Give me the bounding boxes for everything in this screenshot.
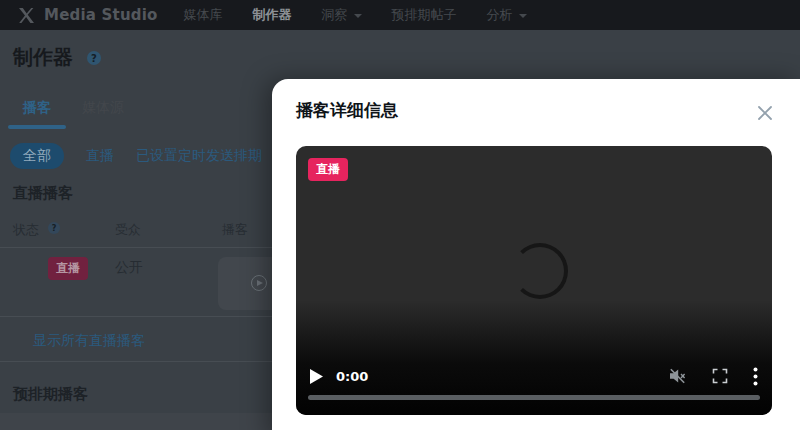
audience-value: 公开 — [115, 259, 143, 277]
right-controls — [668, 367, 758, 386]
tab-podcasts[interactable]: 播客 — [8, 99, 66, 117]
nav-item-producer[interactable]: 制作器 — [253, 6, 292, 24]
nav-item-label: 媒体库 — [184, 6, 223, 24]
scheduled-broadcasts-section-title: 预排期播客 — [13, 385, 88, 404]
modal-title: 播客详细信息 — [296, 99, 398, 122]
progress-bar[interactable] — [308, 395, 760, 400]
chevron-down-icon — [354, 14, 362, 18]
loading-spinner — [512, 243, 568, 299]
status-badge-live: 直播 — [48, 257, 88, 280]
x-logo-icon — [18, 7, 35, 24]
info-icon[interactable]: ? — [87, 51, 101, 65]
fullscreen-icon[interactable] — [712, 368, 728, 384]
nav-item-label: 洞察 — [322, 6, 348, 24]
broadcast-details-modal: 播客详细信息 直播 0:00 — [272, 79, 800, 430]
nav-item-label: 预排期帖子 — [392, 6, 457, 24]
scheduled-table-header-strip — [0, 413, 272, 430]
column-header-audience: 受众 — [115, 221, 141, 239]
filter-bar: 全部 直播 已设置定时发送排期 — [10, 143, 262, 169]
top-nav-bar: Media Studio 媒体库 制作器 洞察 预排期帖子 分析 — [0, 0, 800, 30]
play-icon — [251, 275, 267, 291]
nav-item-media-library[interactable]: 媒体库 — [184, 6, 223, 24]
show-all-live-broadcasts-link[interactable]: 显示所有直播播客 — [33, 332, 145, 350]
nav-item-analytics[interactable]: 分析 — [487, 6, 527, 24]
nav-item-insights[interactable]: 洞察 — [322, 6, 362, 24]
video-player[interactable]: 直播 0:00 — [296, 146, 772, 415]
column-header-broadcast: 播客 — [222, 221, 248, 239]
info-icon[interactable]: ? — [48, 222, 60, 234]
close-icon[interactable] — [755, 103, 775, 123]
filter-live[interactable]: 直播 — [86, 147, 114, 165]
more-options-icon[interactable] — [753, 367, 758, 386]
play-button[interactable] — [310, 369, 323, 384]
media-studio-brand[interactable]: Media Studio — [18, 6, 158, 24]
page-title: 制作器 — [13, 44, 73, 71]
nav-items: 媒体库 制作器 洞察 预排期帖子 分析 — [184, 6, 527, 24]
column-header-status: 状态 — [13, 221, 39, 239]
active-tab-underline — [8, 125, 66, 129]
tab-media-sources[interactable]: 媒体源 — [78, 99, 128, 117]
nav-item-scheduled-posts[interactable]: 预排期帖子 — [392, 6, 457, 24]
chevron-down-icon — [519, 14, 527, 18]
time-label: 0:00 — [336, 369, 368, 384]
live-badge: 直播 — [308, 158, 348, 181]
mute-icon[interactable] — [668, 367, 687, 385]
nav-item-label: 分析 — [487, 6, 513, 24]
filter-all[interactable]: 全部 — [10, 143, 64, 169]
video-controls: 0:00 — [310, 367, 758, 385]
brand-name: Media Studio — [44, 6, 158, 24]
live-broadcasts-section-title: 直播播客 — [13, 184, 73, 203]
filter-scheduled[interactable]: 已设置定时发送排期 — [136, 147, 262, 165]
nav-item-label: 制作器 — [253, 6, 292, 24]
